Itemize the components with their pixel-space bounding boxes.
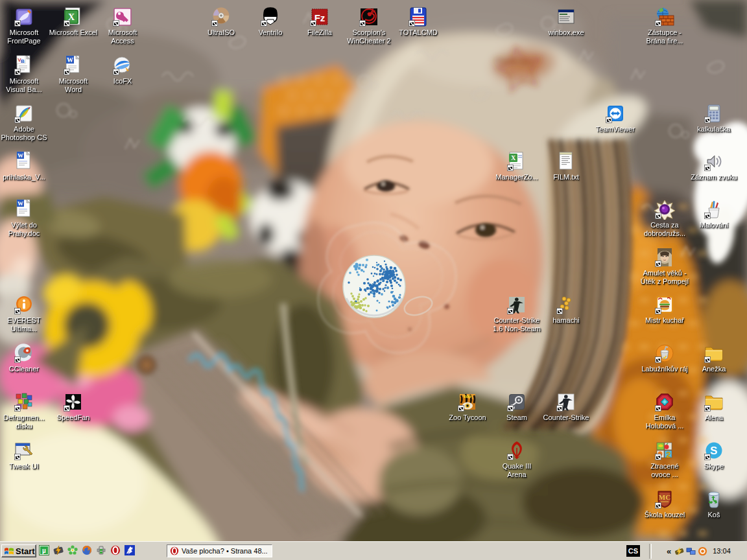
svg-text:µ: µ: [42, 547, 46, 554]
svg-text:W: W: [18, 200, 23, 207]
svg-text:B: B: [21, 58, 25, 64]
svg-text:X: X: [511, 154, 516, 161]
svg-text:S: S: [710, 445, 717, 457]
svg-text:zoo: zoo: [464, 393, 471, 399]
svg-text:W: W: [18, 152, 23, 159]
svg-text:MC: MC: [659, 493, 670, 501]
svg-text:2: 2: [666, 450, 670, 460]
svg-text:W: W: [67, 56, 73, 64]
